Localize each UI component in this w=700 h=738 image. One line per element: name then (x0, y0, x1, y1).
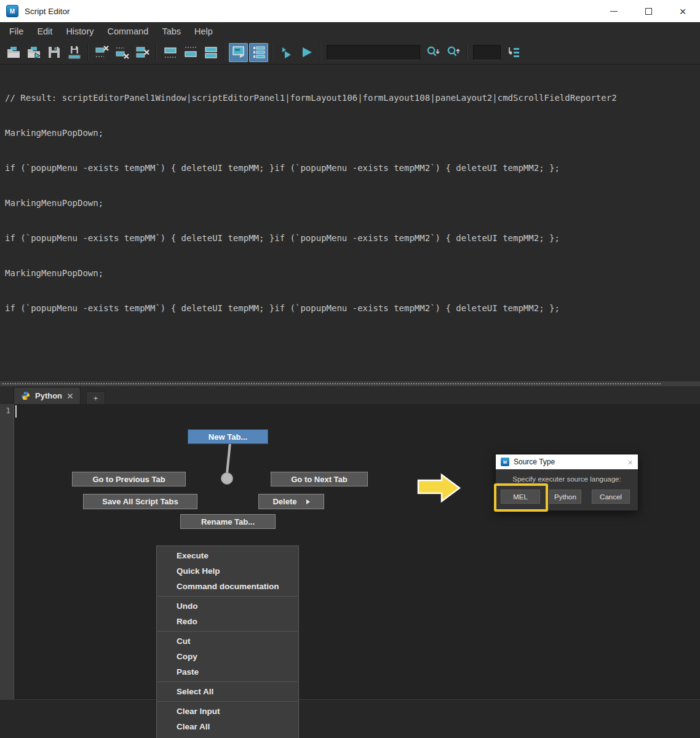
show-both-panes-button[interactable] (201, 43, 220, 62)
history-line: if (`popupMenu -exists tempMM`) { delete… (5, 303, 700, 314)
dialog-title: Source Type (514, 458, 555, 466)
menu-edit[interactable]: Edit (30, 26, 59, 36)
echo-all-commands-icon (231, 45, 246, 60)
minimize-icon (610, 11, 618, 12)
tab-python[interactable]: Python (14, 387, 81, 404)
menu-file[interactable]: File (2, 26, 30, 36)
text-caret (15, 405, 17, 418)
goto-line-input[interactable] (473, 45, 501, 60)
splitter-grip-icon (2, 383, 661, 384)
context-menu-select-all[interactable]: Select All (157, 684, 298, 699)
menu-tabs[interactable]: Tabs (155, 26, 188, 36)
maximize-icon (645, 8, 652, 15)
search-up-button[interactable] (443, 43, 463, 62)
dialog-close-icon[interactable]: × (627, 458, 633, 467)
source-script-button[interactable] (24, 43, 43, 62)
execute-all-button[interactable] (297, 43, 316, 62)
show-input-pane-icon (183, 45, 198, 60)
toolbar-separator (320, 44, 321, 61)
close-button[interactable]: × (666, 0, 700, 22)
save-script-icon (47, 45, 62, 60)
show-history-pane-button[interactable] (161, 43, 180, 62)
window-controls: × (597, 0, 700, 22)
history-line: MarkingMenuPopDown; (5, 268, 700, 279)
history-line: MarkingMenuPopDown; (5, 127, 700, 139)
history-line: // Result: scriptEditorPanel1Window|scri… (5, 92, 700, 104)
maximize-button[interactable] (631, 0, 666, 22)
context-menu-copy[interactable]: Copy (157, 649, 298, 664)
context-menu-clear-input[interactable]: Clear Input (157, 704, 298, 719)
script-input-pane[interactable]: 1 (0, 404, 700, 699)
title-bar: M Script Editor × (0, 0, 700, 22)
marking-menu-new-tab[interactable]: New Tab... (188, 429, 268, 444)
marking-menu-save-all-script-tabs[interactable]: Save All Script Tabs (83, 494, 197, 509)
pane-splitter-handle[interactable] (0, 381, 700, 386)
save-script-button[interactable] (44, 43, 63, 62)
line-number: 1 (6, 406, 10, 415)
context-menu-undo[interactable]: Undo (157, 598, 298, 614)
search-down-icon (426, 45, 440, 60)
execute-all-icon (300, 45, 314, 60)
script-tab-bar: Python + (0, 386, 700, 404)
execute-step-button[interactable] (277, 43, 296, 62)
show-line-numbers-button[interactable] (249, 43, 268, 62)
marking-menu-go-next-tab[interactable]: Go to Next Tab (271, 472, 368, 486)
dialog-message: Specify executer source language: (496, 475, 638, 483)
menu-separator (157, 699, 298, 704)
marking-menu-rename-tab[interactable]: Rename Tab... (180, 514, 276, 529)
history-line: if (`popupMenu -exists tempMM`) { delete… (5, 232, 700, 244)
menu-separator (157, 594, 298, 598)
dialog-button-cancel[interactable]: Cancel (592, 490, 630, 504)
marking-menu-go-previous-tab[interactable]: Go to Previous Tab (72, 472, 186, 486)
toolbar-separator (466, 44, 467, 61)
window-title: Script Editor (25, 7, 70, 16)
menu-command[interactable]: Command (101, 26, 156, 36)
clear-input-button[interactable] (113, 43, 132, 62)
clear-all-button[interactable] (133, 43, 152, 62)
show-input-pane-button[interactable] (181, 43, 200, 62)
context-menu-quick-help[interactable]: Quick Help (157, 563, 298, 579)
tab-close-icon[interactable] (67, 393, 73, 399)
context-menu-clear-all[interactable]: Clear All (157, 719, 298, 734)
history-output-pane[interactable]: // Result: scriptEditorPanel1Window|scri… (0, 65, 700, 381)
annotation-highlight-box (494, 483, 548, 512)
add-tab-button[interactable]: + (86, 391, 105, 404)
goto-line-button[interactable] (504, 43, 523, 62)
search-down-button[interactable] (423, 43, 442, 62)
open-script-button[interactable] (4, 43, 23, 62)
clear-input-icon (115, 45, 130, 60)
save-script-to-shelf-button[interactable] (65, 43, 84, 62)
maya-dialog-icon: M (501, 458, 509, 466)
minimize-button[interactable] (597, 0, 631, 22)
context-menu-command-documentation[interactable]: Command documentation (157, 579, 298, 594)
history-line: if (`popupMenu -exists tempMM`) { delete… (5, 162, 700, 174)
annotation-arrow-icon (416, 472, 463, 506)
marking-menu-delete-label: Delete (272, 497, 296, 506)
context-menu-cut[interactable]: Cut (157, 633, 298, 649)
maya-app-icon: M (6, 5, 18, 17)
context-menu-paste[interactable]: Paste (157, 664, 298, 680)
toolbar-separator (156, 44, 157, 61)
show-line-numbers-icon (252, 45, 266, 60)
toolbar-separator (87, 44, 89, 61)
context-menu-execute[interactable]: Execute (157, 548, 298, 563)
clear-history-button[interactable] (92, 43, 111, 62)
menu-separator (157, 680, 298, 684)
show-both-panes-icon (204, 45, 218, 60)
marking-menu-connector (208, 439, 246, 487)
menu-separator (157, 629, 298, 633)
python-icon (21, 391, 30, 400)
menu-bar: File Edit History Command Tabs Help (0, 22, 700, 41)
menu-help[interactable]: Help (188, 26, 220, 36)
open-script-icon (6, 45, 21, 60)
marking-menu-delete[interactable]: Delete (258, 494, 324, 509)
menu-history[interactable]: History (59, 26, 100, 36)
dialog-button-python[interactable]: Python (549, 490, 581, 504)
script-editor-window: M Script Editor × File Edit History Comm… (0, 0, 700, 738)
search-input[interactable] (327, 45, 420, 60)
input-context-menu: Execute Quick Help Command documentation… (156, 546, 299, 738)
history-line: MarkingMenuPopDown; (5, 197, 700, 209)
echo-all-commands-button[interactable] (229, 43, 248, 62)
context-menu-redo[interactable]: Redo (157, 614, 298, 629)
submenu-arrow-icon (306, 499, 310, 504)
